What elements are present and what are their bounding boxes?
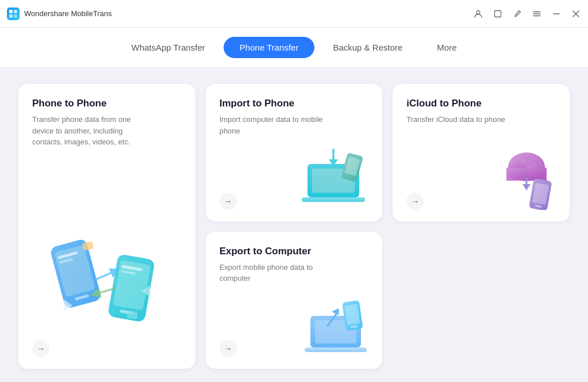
card-import-to-phone[interactable]: Import to Phone Import computer data to … (206, 84, 383, 221)
icloud-illustration (489, 147, 564, 210)
svg-rect-2 (9, 14, 13, 18)
card-export-arrow[interactable]: → (220, 340, 237, 357)
title-bar: Wondershare MobileTrans (0, 0, 588, 28)
nav-bar: WhatsApp Transfer Phone Transfer Backup … (0, 28, 588, 68)
card-phone-to-phone-arrow[interactable]: → (32, 340, 49, 357)
card-export-title: Export to Computer (220, 246, 369, 257)
svg-rect-28 (302, 197, 365, 202)
title-bar-left: Wondershare MobileTrans (7, 7, 112, 20)
tab-phone[interactable]: Phone Transfer (224, 37, 315, 58)
svg-rect-42 (305, 347, 367, 352)
card-import-desc: Import computer data to mobile phone (220, 114, 323, 136)
card-icloud-desc: Transfer iCloud data to phone (406, 114, 510, 125)
svg-rect-5 (495, 10, 501, 17)
tab-whatsapp[interactable]: WhatsApp Transfer (115, 37, 221, 58)
import-illustration (302, 147, 376, 210)
svg-rect-1 (14, 10, 17, 13)
svg-rect-0 (9, 10, 13, 13)
main-content: Phone to Phone Transfer phone data from … (0, 68, 588, 382)
minimize-button[interactable] (551, 9, 562, 19)
tab-backup[interactable]: Backup & Restore (317, 37, 418, 58)
card-import-title: Import to Phone (220, 98, 369, 109)
svg-rect-44 (345, 304, 360, 325)
card-icloud-title: iCloud to Phone (406, 98, 556, 109)
close-button[interactable] (571, 9, 581, 19)
card-phone-to-phone-title: Phone to Phone (32, 98, 182, 109)
menu-button[interactable] (532, 9, 542, 19)
export-illustration (302, 294, 376, 357)
window-button[interactable] (493, 9, 503, 19)
card-icloud-arrow[interactable]: → (406, 193, 424, 210)
svg-marker-46 (332, 308, 341, 317)
card-import-arrow[interactable]: → (220, 193, 237, 210)
card-export-to-computer[interactable]: Export to Computer Export mobile phone d… (206, 232, 383, 369)
card-icloud-to-phone[interactable]: iCloud to Phone Transfer iCloud data to … (393, 84, 570, 221)
svg-rect-23 (126, 311, 138, 319)
svg-point-4 (476, 10, 480, 14)
svg-rect-3 (14, 14, 17, 18)
card-phone-to-phone-desc: Transfer phone data from one device to a… (32, 114, 136, 148)
tab-more[interactable]: More (421, 37, 472, 58)
svg-marker-36 (522, 184, 531, 190)
phone-to-phone-illustration (44, 236, 170, 340)
account-button[interactable] (473, 9, 483, 19)
app-title: Wondershare MobileTrans (24, 9, 112, 18)
app-icon (7, 7, 20, 20)
card-export-desc: Export mobile phone data to computer (220, 262, 323, 284)
title-bar-controls (473, 9, 581, 19)
edit-button[interactable] (512, 9, 522, 19)
card-phone-to-phone[interactable]: Phone to Phone Transfer phone data from … (18, 84, 195, 369)
